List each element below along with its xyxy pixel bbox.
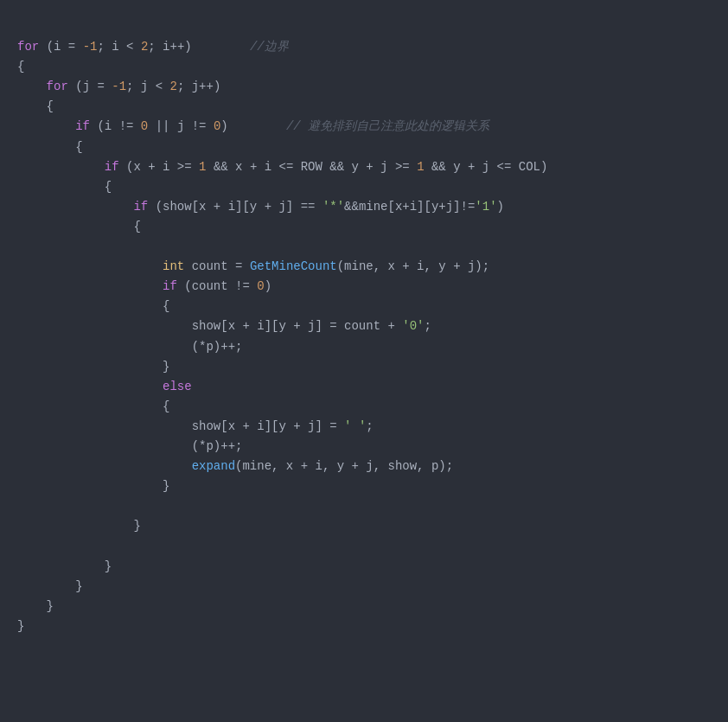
code-viewer: for (i = -1; i < 2; i++) //边界 { for (j =…	[0, 9, 728, 645]
line-1: for (i = -1; i < 2; i++) //边界 { for (j =…	[17, 40, 547, 633]
